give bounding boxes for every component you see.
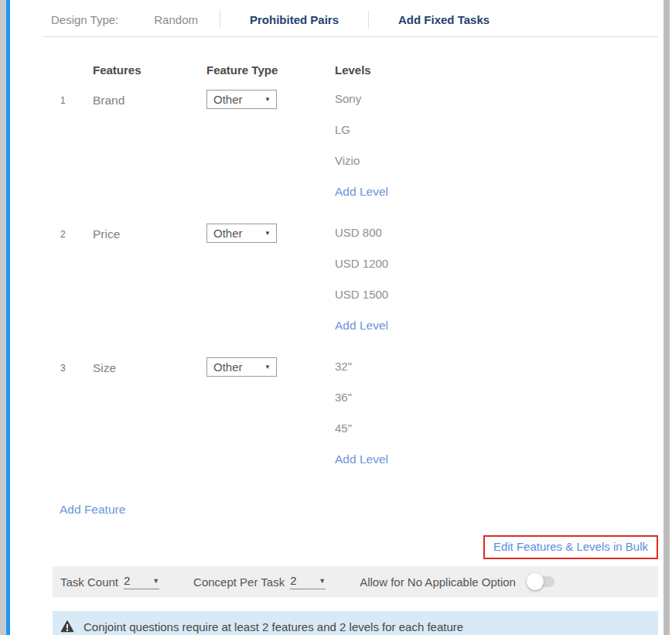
feature-type-select[interactable]: Other ▼	[206, 357, 277, 377]
design-type-row: Design Type: Random Prohibited Pairs Add…	[11, 0, 658, 27]
scrollbar-thumb[interactable]	[663, 0, 670, 635]
feature-row-price: 2 Price Other ▼ USD 800 USD 1200 USD 150…	[60, 222, 658, 346]
bulk-edit-row: Edit Features & Levels in Bulk	[11, 535, 658, 559]
feature-name: Brand	[93, 88, 206, 212]
chevron-down-icon: ▼	[264, 364, 271, 370]
highlight-box: Edit Features & Levels in Bulk	[483, 535, 658, 559]
validation-info-bar: Conjoint questions require at least 2 fe…	[53, 611, 658, 635]
concept-per-task-value: 2	[290, 574, 296, 587]
caret-down-icon: ▼	[319, 577, 326, 585]
design-type-option-random[interactable]: Random	[154, 13, 198, 26]
level-item: USD 800	[335, 222, 658, 253]
level-item: USD 1500	[335, 284, 658, 315]
concept-per-task-group: Concept Per Task 2 ▼	[193, 574, 326, 589]
levels-list: 32" 36" 45" Add Level	[335, 356, 658, 480]
level-item: USD 1200	[335, 253, 658, 284]
level-item: LG	[335, 119, 658, 150]
no-applicable-option-group: Allow for No Applicable Option	[360, 575, 554, 589]
feature-name: Price	[93, 222, 206, 346]
design-type-label: Design Type:	[51, 13, 118, 26]
validation-message: Conjoint questions require at least 2 fe…	[84, 620, 463, 633]
features-table: Features Feature Type Levels 1 Brand Oth…	[11, 63, 658, 480]
feature-name: Size	[93, 356, 206, 480]
add-level-link[interactable]: Add Level	[335, 315, 658, 346]
header-features: Features	[93, 63, 206, 77]
option-separator	[368, 11, 369, 28]
conjoint-editor-panel: Design Type: Random Prohibited Pairs Add…	[11, 0, 658, 635]
level-item: 36"	[335, 387, 658, 418]
task-count-label: Task Count	[60, 575, 118, 589]
header-levels: Levels	[335, 63, 658, 77]
add-level-link[interactable]: Add Level	[335, 181, 658, 212]
feature-number: 3	[60, 356, 93, 480]
feature-type-value: Other	[213, 93, 243, 106]
design-type-option-add-fixed-tasks[interactable]: Add Fixed Tasks	[398, 13, 490, 26]
left-accent-bar	[6, 0, 10, 635]
design-type-option-prohibited-pairs[interactable]: Prohibited Pairs	[250, 13, 339, 26]
task-count-group: Task Count 2 ▼	[60, 574, 159, 589]
feature-type-value: Other	[213, 227, 243, 240]
feature-type-value: Other	[213, 360, 243, 374]
warning-icon	[60, 620, 74, 633]
concept-per-task-label: Concept Per Task	[193, 575, 285, 589]
task-settings-bar: Task Count 2 ▼ Concept Per Task 2 ▼ Allo…	[53, 566, 658, 597]
feature-number: 1	[60, 88, 93, 212]
add-level-link[interactable]: Add Level	[335, 449, 658, 480]
feature-number: 2	[60, 222, 93, 346]
level-item: 32"	[335, 356, 658, 387]
levels-list: USD 800 USD 1200 USD 1500 Add Level	[335, 222, 658, 346]
features-table-header: Features Feature Type Levels	[60, 63, 658, 77]
chevron-down-icon: ▼	[264, 96, 271, 103]
option-separator	[220, 11, 220, 28]
feature-row-brand: 1 Brand Other ▼ Sony LG Vizio Add Level	[60, 88, 658, 212]
feature-type-select[interactable]: Other ▼	[206, 224, 277, 243]
feature-row-size: 3 Size Other ▼ 32" 36" 45" Add Level	[60, 356, 658, 480]
vertical-scrollbar[interactable]	[661, 0, 672, 635]
no-applicable-option-label: Allow for No Applicable Option	[360, 575, 516, 589]
header-feature-type: Feature Type	[206, 63, 335, 77]
edit-features-levels-bulk-link[interactable]: Edit Features & Levels in Bulk	[493, 540, 648, 553]
levels-list: Sony LG Vizio Add Level	[335, 88, 658, 212]
section-divider	[43, 36, 658, 37]
left-gutter	[0, 0, 6, 635]
toggle-knob	[527, 573, 544, 590]
concept-per-task-select[interactable]: 2 ▼	[290, 574, 326, 589]
chevron-down-icon: ▼	[264, 230, 271, 237]
task-count-select[interactable]: 2 ▼	[124, 574, 159, 589]
add-feature-link[interactable]: Add Feature	[60, 503, 125, 517]
level-item: Vizio	[335, 150, 658, 181]
task-count-value: 2	[124, 574, 130, 587]
no-applicable-option-toggle[interactable]	[528, 576, 554, 587]
feature-type-select[interactable]: Other ▼	[206, 90, 277, 109]
level-item: Sony	[335, 88, 658, 119]
caret-down-icon: ▼	[152, 577, 159, 585]
level-item: 45"	[335, 418, 658, 449]
